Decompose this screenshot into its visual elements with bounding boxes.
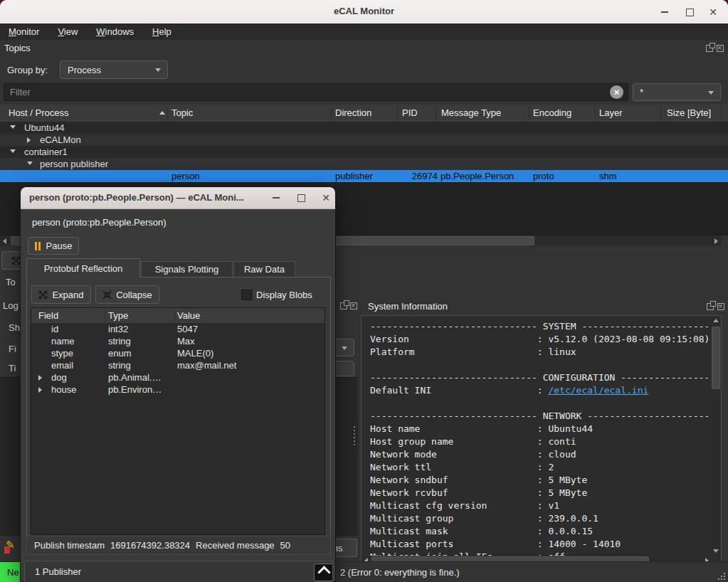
dock-tab-fragment[interactable]: To [6,277,16,287]
logging-close-icon[interactable] [350,302,357,309]
dialog-title-bar[interactable]: person (proto:pb.People.Person) — eCAL M… [21,187,335,209]
filter-preset-select[interactable]: * [633,83,721,101]
tree-row[interactable]: Ubuntu44 [0,122,728,134]
collapse-button-label: Collapse [116,290,152,300]
menu-windows[interactable]: Windows [96,26,142,37]
sort-ascending-icon [159,111,165,115]
expand-node-icon[interactable] [38,375,42,381]
system-info-float-icon[interactable] [707,303,714,310]
logging-time-column-fragment: Ti [9,363,16,374]
filter-input[interactable] [4,83,628,101]
col-field[interactable]: Field [38,310,58,321]
chevron-down-icon [155,68,161,72]
close-button[interactable]: ✕ [707,6,719,18]
system-info-v-scrollbar[interactable] [711,316,721,556]
system-info-line: Default INI : /etc/ecal/ecal.ini [370,384,708,397]
col-pid[interactable]: PID [402,107,418,118]
system-info-text-area[interactable]: ------------------------------ SYSTEM --… [361,315,722,566]
tree-row[interactable]: container1 [0,146,728,158]
scrollbar-thumb[interactable] [712,327,720,389]
dialog-title: person (proto:pb.People.Person) — eCAL M… [29,192,257,203]
collapse-node-icon[interactable] [10,149,16,153]
maximize-button[interactable] [683,6,696,18]
expand-button-label: Expand [52,290,83,300]
col-size-byte[interactable]: Size [Byte] [667,107,711,118]
reflection-row-dog[interactable]: dogpb.Animal.… [31,371,325,383]
tab-label: Signals Plotting [155,264,219,275]
col-topic[interactable]: Topic [172,107,193,118]
cell-encoding: proto [533,171,554,181]
title-bar[interactable]: eCAL Monitor ✕ [0,0,728,24]
expand-button[interactable]: Expand [31,285,91,304]
tree-row[interactable]: person publisher [0,158,728,170]
system-info-line: Host group name : conti [370,435,708,448]
scroll-up-icon[interactable] [711,316,721,325]
cell-topic: person [172,171,200,181]
topics-float-icon[interactable] [706,45,713,52]
collapse-panel-button[interactable] [314,564,333,581]
cell-type: int32 [108,324,128,334]
scroll-left-icon[interactable] [0,236,9,246]
topics-table-header[interactable]: Host / Process Topic Direction PID Messa… [0,105,728,122]
edit-log-icon[interactable]: ✎ [4,541,17,554]
tab-raw-data[interactable]: Raw Data [233,261,295,277]
system-info-line: ------------------------------ SYSTEM --… [370,320,708,333]
pause-button[interactable]: Pause [28,237,79,255]
col-layer[interactable]: Layer [599,107,623,118]
col-encoding[interactable]: Encoding [533,107,571,118]
reflection-table[interactable]: Field Type Value idint325047namestringMa… [31,307,325,535]
dialog-close-button[interactable]: ✕ [320,191,332,204]
col-message-type[interactable]: Message Type [441,107,501,118]
cell-value: 5047 [177,324,198,334]
col-type[interactable]: Type [108,310,128,321]
expand-node-icon[interactable] [38,387,42,393]
dock-splitter-handle-vertical[interactable] [354,426,356,448]
reflection-row-stype[interactable]: stypeenumMALE(0) [31,347,325,359]
menu-help[interactable]: Help [152,26,180,37]
system-info-line: Multicast mask : 0.0.0.15 [370,525,708,538]
cell-field: id [51,324,58,334]
dialog-maximize-button[interactable] [295,191,307,204]
logging-float-icon[interactable] [340,302,347,309]
tab-protobuf-reflection[interactable]: Protobuf Reflection [26,258,140,277]
dialog-minimize-button[interactable] [270,191,283,204]
clear-filter-button[interactable]: × [610,85,623,99]
reflection-row-email[interactable]: emailstringmax@mail.net [31,359,325,371]
col-host-process[interactable]: Host / Process [9,107,69,118]
display-blobs-checkbox[interactable] [241,290,252,300]
resize-grip[interactable] [718,573,725,580]
topics-close-icon[interactable] [717,45,724,52]
ini-file-link[interactable]: /etc/ecal/ecal.ini [548,385,648,396]
cell-type: string [108,360,131,371]
system-info-close-icon[interactable] [717,303,724,310]
tree-node-label: eCALMon [40,134,81,145]
cell-type: pb.Environ… [108,384,162,395]
reflection-table-header[interactable]: Field Type Value [31,308,325,323]
collapse-node-icon[interactable] [10,125,16,129]
topic-reflection-dialog: person (proto:pb.People.Person) — eCAL M… [20,186,336,582]
minimize-button[interactable] [658,6,671,18]
tree-row[interactable]: eCALMon [0,134,728,146]
tab-signals-plotting[interactable]: Signals Plotting [141,261,233,277]
collapse-button[interactable]: Collapse [95,285,159,304]
menu-view[interactable]: View [58,26,86,37]
collapse-node-icon[interactable] [27,162,33,165]
cell-value: Max [177,336,195,346]
expand-node-icon[interactable] [27,137,31,143]
cell-type: string [108,336,131,346]
system-info-line: Platform : linux [370,346,708,359]
tree-row[interactable]: personpublisher26974pb.People.Personprot… [0,170,728,182]
reflection-row-id[interactable]: idint325047 [31,323,325,335]
expand-icon [11,256,21,265]
col-value[interactable]: Value [177,310,200,321]
group-by-select[interactable]: Process [60,60,168,79]
reflection-row-name[interactable]: namestringMax [31,335,325,347]
group-by-value: Process [68,65,101,75]
reflection-row-house[interactable]: housepb.Environ… [31,383,325,396]
scroll-down-icon[interactable] [711,546,721,556]
col-direction[interactable]: Direction [335,107,371,118]
menu-monitor[interactable]: Monitor [9,26,48,37]
logging-dock-title-fragment: Log [3,300,19,311]
scroll-right-icon[interactable] [712,236,721,246]
cell-value: MALE(0) [177,348,213,359]
